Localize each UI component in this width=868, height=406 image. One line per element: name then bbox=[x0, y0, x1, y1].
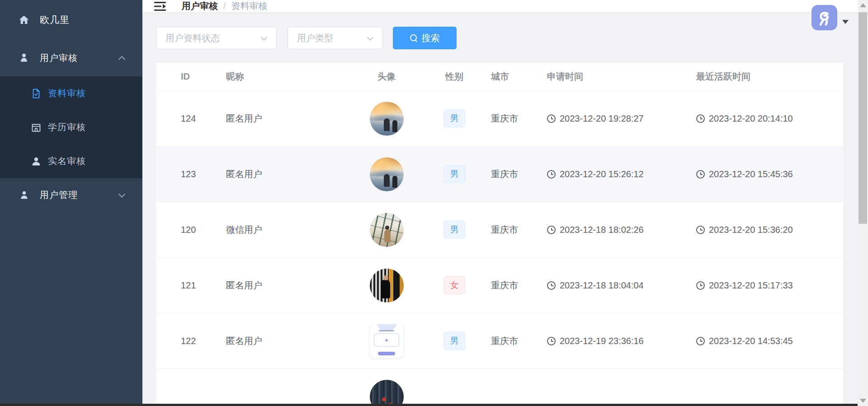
breadcrumb-parent[interactable]: 用户审核 bbox=[182, 0, 218, 12]
gender-badge: 女 bbox=[443, 276, 465, 294]
sidebar-logo[interactable]: 欧几里 bbox=[0, 8, 142, 32]
active-time: 2023-12-20 14:53:45 bbox=[709, 336, 793, 346]
topbar: 用户审核 / 资料审核 bbox=[142, 0, 858, 13]
table-row[interactable]: 121 匿名用户 女 重庆市 2023-12-18 18:04:04 2023-… bbox=[156, 258, 843, 313]
scrollbar-thumb[interactable] bbox=[859, 12, 867, 224]
clock-icon bbox=[547, 281, 556, 290]
clock-icon bbox=[547, 170, 556, 179]
breadcrumb: 用户审核 / 资料审核 bbox=[182, 0, 268, 12]
active-time: 2023-12-20 15:36:20 bbox=[709, 225, 793, 235]
user-id: 123 bbox=[156, 169, 217, 179]
user-avatar-photo bbox=[370, 157, 404, 191]
sidebar-item-label: 实名审核 bbox=[48, 155, 86, 167]
user-nickname: 匿名用户 bbox=[217, 279, 344, 292]
clock-icon bbox=[547, 337, 556, 345]
app-title: 欧几里 bbox=[40, 14, 70, 26]
column-header-avatar: 头像 bbox=[344, 71, 429, 83]
user-city: 重庆市 bbox=[479, 279, 538, 292]
window-bottom-edge bbox=[0, 404, 858, 406]
user-avatar-photo bbox=[370, 269, 404, 302]
sidebar: 欧几里 用户审核 资料审核 学历审核 bbox=[0, 0, 142, 406]
column-header-apply-time: 申请时间 bbox=[538, 71, 687, 83]
apply-time: 2023-12-20 19:28:27 bbox=[560, 113, 644, 124]
clock-icon bbox=[696, 337, 705, 345]
user-manage-icon bbox=[18, 189, 30, 201]
user-avatar-photo bbox=[370, 102, 404, 136]
search-button-label: 搜索 bbox=[422, 32, 440, 44]
user-type-select[interactable]: 用户类型 bbox=[288, 27, 383, 49]
active-time: 2023-12-20 15:45:36 bbox=[709, 169, 793, 179]
active-time: 2023-12-20 15:17:33 bbox=[709, 280, 793, 291]
user-audit-icon bbox=[18, 52, 30, 64]
user-avatar-photo bbox=[370, 324, 404, 358]
sidebar-item-profile-audit[interactable]: 资料审核 bbox=[0, 76, 142, 110]
user-audit-table: ID 昵称 头像 性别 城市 申请时间 最近活跃时间 124 匿名用户 男 重庆… bbox=[156, 63, 843, 406]
apply-time: 2023-12-18 18:04:04 bbox=[560, 280, 644, 291]
chevron-down-icon bbox=[367, 34, 373, 41]
gender-badge: 男 bbox=[443, 221, 465, 239]
user-nickname: 匿名用户 bbox=[217, 168, 344, 180]
apply-time: 2023-12-18 18:02:26 bbox=[560, 225, 644, 235]
sidebar-item-label: 学历审核 bbox=[48, 121, 86, 133]
sidebar-item-label: 用户审核 bbox=[40, 52, 78, 64]
user-avatar-photo bbox=[370, 213, 404, 247]
vertical-scrollbar[interactable] bbox=[858, 0, 868, 406]
table-row[interactable]: 123 匿名用户 男 重庆市 2023-12-20 15:26:12 2023-… bbox=[156, 146, 843, 202]
user-city: 重庆市 bbox=[479, 168, 538, 180]
user-nickname: 匿名用户 bbox=[217, 335, 344, 347]
table-header: ID 昵称 头像 性别 城市 申请时间 最近活跃时间 bbox=[156, 63, 843, 91]
profile-status-select[interactable]: 用户资料状态 bbox=[156, 27, 277, 49]
table-row[interactable] bbox=[156, 369, 843, 406]
clock-icon bbox=[696, 114, 705, 123]
user-id: 120 bbox=[156, 225, 217, 235]
column-header-nickname: 昵称 bbox=[217, 71, 344, 83]
user-city: 重庆市 bbox=[479, 335, 538, 347]
sidebar-item-education-audit[interactable]: 学历审核 bbox=[0, 110, 142, 144]
table-row[interactable]: 124 匿名用户 男 重庆市 2023-12-20 19:28:27 2023-… bbox=[156, 91, 843, 146]
breadcrumb-current: 资料审核 bbox=[231, 0, 268, 12]
active-time: 2023-12-20 20:14:10 bbox=[709, 113, 793, 124]
sidebar-item-realname-audit[interactable]: 实名审核 bbox=[0, 144, 142, 178]
document-check-icon bbox=[31, 88, 42, 99]
profile-status-placeholder: 用户资料状态 bbox=[165, 32, 220, 44]
chevron-down-icon bbox=[118, 191, 126, 198]
main-area: 用户审核 / 资料审核 用户资料状态 用户 bbox=[142, 0, 858, 406]
chevron-down-icon bbox=[261, 34, 267, 41]
clock-icon bbox=[696, 226, 705, 234]
user-menu-caret-icon[interactable] bbox=[842, 20, 849, 24]
user-city: 重庆市 bbox=[479, 224, 538, 236]
filter-bar: 用户资料状态 用户类型 搜索 bbox=[156, 27, 858, 49]
clock-icon bbox=[696, 281, 705, 290]
column-header-city: 城市 bbox=[479, 71, 538, 83]
table-row[interactable]: 122 匿名用户 男 重庆市 2023-12-19 23:36:16 2023-… bbox=[156, 313, 843, 369]
search-icon bbox=[410, 34, 417, 42]
table-row[interactable]: 120 微信用户 男 重庆市 2023-12-18 18:02:26 2023-… bbox=[156, 202, 843, 258]
sidebar-item-label: 资料审核 bbox=[48, 87, 86, 99]
person-icon bbox=[31, 156, 42, 167]
sidebar-item-user-audit[interactable]: 用户审核 bbox=[0, 45, 142, 71]
user-avatar[interactable] bbox=[811, 5, 837, 30]
clock-icon bbox=[696, 170, 705, 179]
gender-badge: 男 bbox=[443, 109, 465, 127]
sidebar-submenu: 资料审核 学历审核 实名审核 bbox=[0, 76, 142, 178]
content: 用户资料状态 用户类型 搜索 ID 昵称 头像 性别 bbox=[142, 13, 858, 406]
chevron-up-icon bbox=[118, 56, 126, 63]
apply-time: 2023-12-19 23:36:16 bbox=[560, 336, 644, 346]
user-id: 124 bbox=[156, 113, 217, 124]
user-nickname: 匿名用户 bbox=[217, 113, 344, 125]
search-button[interactable]: 搜索 bbox=[393, 27, 457, 49]
clock-icon bbox=[547, 226, 556, 234]
column-header-gender: 性别 bbox=[429, 71, 479, 83]
sidebar-item-user-manage[interactable]: 用户管理 bbox=[0, 178, 142, 212]
user-nickname: 微信用户 bbox=[217, 224, 344, 236]
school-building-icon bbox=[31, 122, 42, 133]
gender-badge: 男 bbox=[443, 332, 465, 350]
scrollbar-down-arrow-icon[interactable] bbox=[860, 399, 866, 403]
home-icon bbox=[18, 14, 30, 26]
gender-badge: 男 bbox=[443, 165, 465, 183]
scrollbar-up-arrow-icon[interactable] bbox=[860, 3, 866, 7]
sidebar-collapse-icon[interactable] bbox=[154, 1, 166, 12]
breadcrumb-separator: / bbox=[223, 1, 226, 11]
clock-icon bbox=[547, 114, 556, 123]
app-window: 欧几里 用户审核 资料审核 学历审核 bbox=[0, 0, 868, 406]
